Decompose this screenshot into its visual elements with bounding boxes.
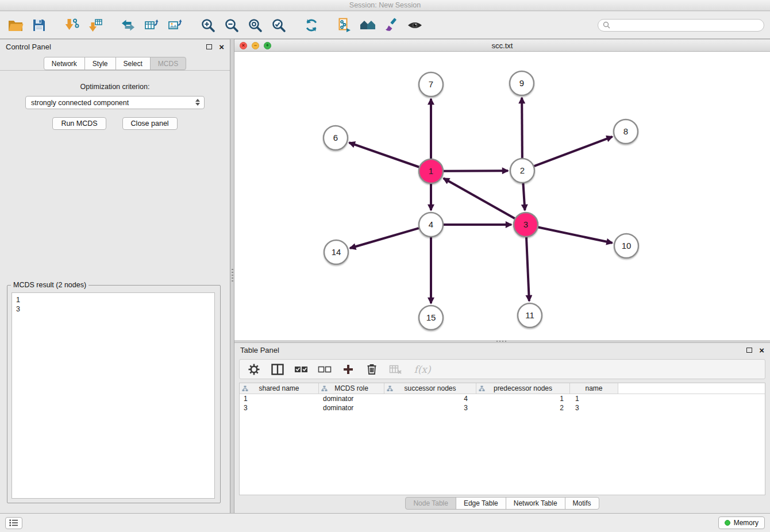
svg-text:4: 4 [429, 219, 433, 229]
run-mcds-button[interactable]: Run MCDS [52, 117, 106, 130]
unselect-all-button[interactable] [317, 361, 332, 377]
tab-network-table[interactable]: Network Table [506, 497, 565, 510]
tab-edge-table[interactable]: Edge Table [456, 497, 506, 510]
graph-edge-3-11[interactable] [526, 237, 529, 301]
network-window-titlebar[interactable]: scc.txt × − + [234, 40, 770, 52]
column-header-successor-nodes[interactable]: successor nodes [384, 383, 476, 394]
graph-node-4[interactable]: 4 [419, 213, 443, 237]
table-settings-button[interactable] [247, 361, 261, 377]
search-field[interactable] [598, 19, 764, 32]
network-arrows-icon [121, 18, 136, 33]
close-window-icon[interactable]: × [240, 42, 247, 49]
export-table-button[interactable] [142, 14, 161, 36]
tab-motifs[interactable]: Motifs [565, 497, 599, 510]
graph-node-3[interactable]: 3 [514, 213, 538, 237]
float-window-icon[interactable] [206, 44, 212, 49]
close-panel-icon[interactable]: × [759, 348, 764, 353]
control-panel-tabs: Network Style Select MCDS [0, 54, 230, 71]
graph-edge-3-1[interactable] [444, 178, 515, 218]
column-header-label: name [585, 384, 602, 392]
network-canvas[interactable]: 7968124314101511 [234, 52, 770, 341]
optimization-criterion-label: Optimization criterion: [0, 83, 230, 91]
table-row[interactable]: 3dominator323 [240, 403, 765, 413]
minimize-window-icon[interactable]: − [252, 42, 259, 49]
close-panel-button[interactable]: Close panel [122, 117, 178, 130]
criterion-selected-value: strongly connected component [31, 99, 129, 107]
clone-network-button[interactable] [334, 14, 354, 36]
tab-style[interactable]: Style [84, 57, 116, 70]
close-panel-icon[interactable]: × [219, 44, 224, 50]
network-overview-button[interactable] [358, 14, 378, 36]
network-arrows-button[interactable] [118, 14, 138, 36]
graph-edge-4-14[interactable] [350, 228, 419, 248]
node-table: shared name MCDS role successor nodes pr… [239, 383, 765, 495]
zoom-window-icon[interactable]: + [264, 42, 271, 49]
graph-edge-2-9[interactable] [522, 98, 522, 158]
column-header-predecessor-nodes[interactable]: predecessor nodes [476, 383, 570, 394]
delete-table-button[interactable] [388, 361, 403, 377]
graph-node-7[interactable]: 7 [419, 72, 443, 97]
tab-select[interactable]: Select [116, 57, 151, 70]
graph-node-11[interactable]: 11 [518, 303, 542, 327]
network-graph[interactable]: 7968124314101511 [234, 52, 770, 341]
export-image-icon [168, 18, 183, 33]
select-all-button[interactable] [294, 361, 309, 377]
zoom-fit-button[interactable] [245, 14, 265, 36]
graph-edge-1-2[interactable] [444, 171, 508, 171]
tab-mcds[interactable]: MCDS [150, 57, 186, 70]
float-window-icon[interactable] [746, 348, 752, 353]
export-image-button[interactable] [165, 14, 185, 36]
graph-edge-3-10[interactable] [538, 228, 613, 243]
task-history-button[interactable] [5, 517, 22, 529]
table-row[interactable]: 1dominator411 [240, 394, 765, 403]
tab-node-table[interactable]: Node Table [405, 497, 456, 510]
svg-text:6: 6 [333, 133, 338, 142]
graph-node-1[interactable]: 1 [419, 159, 443, 183]
graph-node-14[interactable]: 14 [324, 240, 348, 264]
apply-function-button[interactable]: f(x) [411, 361, 433, 377]
save-session-button[interactable] [29, 14, 49, 36]
column-type-icon [479, 385, 485, 394]
graph-node-10[interactable]: 10 [614, 234, 638, 258]
result-line: 1 [16, 295, 210, 304]
graph-node-8[interactable]: 8 [614, 119, 638, 144]
import-network-button[interactable] [62, 14, 82, 36]
search-icon [603, 21, 610, 29]
graph-edge-2-8[interactable] [534, 137, 613, 166]
column-type-icon [321, 385, 328, 394]
memory-button[interactable]: Memory [718, 516, 765, 529]
tab-network[interactable]: Network [44, 57, 85, 70]
import-table-button[interactable] [86, 14, 105, 36]
open-file-button[interactable] [6, 14, 25, 36]
svg-text:8: 8 [623, 126, 628, 136]
graph-node-15[interactable]: 15 [419, 306, 443, 330]
column-header-shared-name[interactable]: shared name [240, 383, 319, 394]
column-header-mcds-role[interactable]: MCDS role [319, 383, 384, 394]
show-hide-button[interactable] [405, 14, 425, 36]
graph-node-9[interactable]: 9 [510, 71, 534, 95]
column-header-label: successor nodes [404, 384, 456, 392]
refresh-layout-button[interactable] [302, 14, 321, 36]
table-panel-title: Table Panel [240, 346, 740, 354]
vertical-splitter[interactable] [230, 39, 234, 513]
mcds-result-list[interactable]: 1 3 [11, 292, 215, 499]
graph-edge-2-3[interactable] [523, 183, 525, 210]
delete-columns-button[interactable] [364, 361, 379, 377]
apply-style-button[interactable] [382, 14, 401, 36]
table-panel: Table Panel × [234, 342, 770, 513]
criterion-select[interactable]: strongly connected component [25, 96, 205, 109]
zoom-selected-button[interactable] [269, 14, 288, 36]
add-column-button[interactable] [341, 361, 356, 377]
zoom-selected-icon [271, 18, 286, 33]
search-input[interactable] [613, 21, 759, 30]
zoom-in-button[interactable] [198, 14, 218, 36]
svg-text:7: 7 [429, 79, 433, 89]
show-columns-button[interactable] [270, 361, 285, 377]
zoom-out-button[interactable] [222, 14, 241, 36]
graph-edge-1-6[interactable] [349, 142, 419, 167]
graph-node-6[interactable]: 6 [324, 126, 348, 150]
graph-node-2[interactable]: 2 [510, 159, 534, 183]
column-header-name[interactable]: name [570, 383, 618, 394]
memory-label: Memory [734, 519, 759, 527]
select-all-icon [294, 365, 308, 374]
